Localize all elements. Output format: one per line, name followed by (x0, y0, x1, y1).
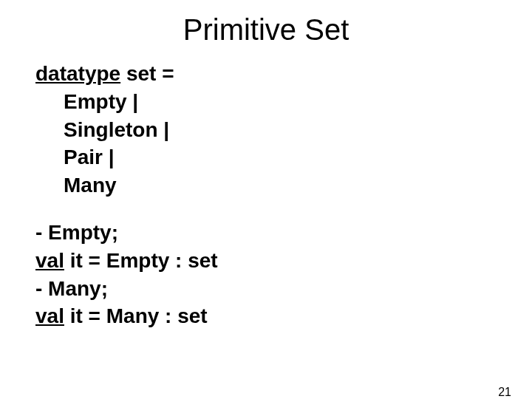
keyword-datatype: datatype (35, 62, 120, 85)
constructor-many: Many (35, 171, 497, 200)
repl-output-many-rest: it = Many : set (64, 304, 208, 327)
datatype-rest: set = (120, 62, 174, 85)
repl-output-many: val it = Many : set (35, 302, 497, 330)
slide: Primitive Set datatype set = Empty | Sin… (0, 13, 532, 399)
repl-input-empty: - Empty; (35, 219, 497, 247)
repl-input-many: - Many; (35, 275, 497, 303)
repl-output-empty-rest: it = Empty : set (64, 249, 218, 272)
slide-title: Primitive Set (0, 13, 532, 47)
slide-body: datatype set = Empty | Singleton | Pair … (0, 47, 532, 330)
constructor-pair: Pair | (35, 143, 497, 171)
keyword-val-2: val (35, 304, 64, 327)
constructor-empty: Empty | (35, 88, 497, 116)
keyword-val-1: val (35, 249, 64, 272)
datatype-decl-line: datatype set = (35, 60, 497, 88)
repl-block: - Empty; val it = Empty : set - Many; va… (35, 219, 497, 330)
repl-output-empty: val it = Empty : set (35, 247, 497, 275)
page-number: 21 (498, 386, 511, 399)
constructor-singleton: Singleton | (35, 116, 497, 144)
